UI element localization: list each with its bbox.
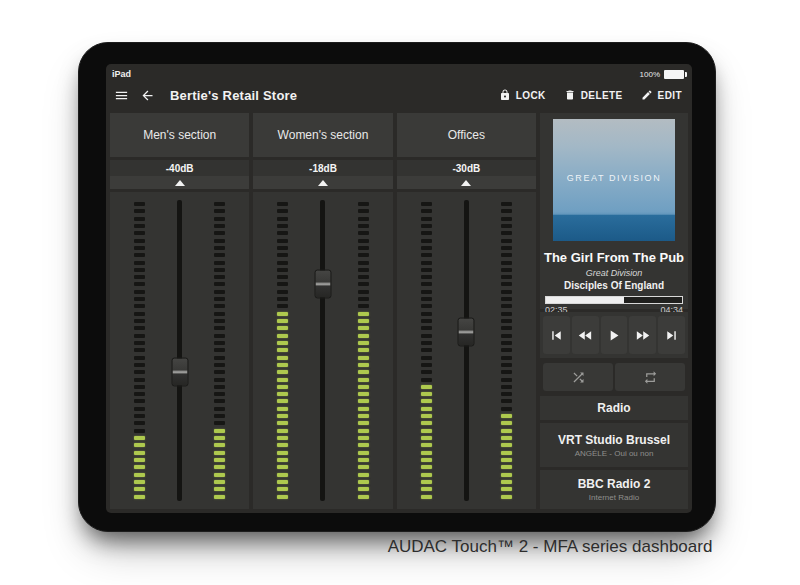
trash-icon [564, 89, 576, 101]
shuffle-icon [571, 370, 586, 385]
player-panel: GREAT DIVISION The Girl From The Pub Gre… [540, 113, 688, 509]
track-artist: Great Division [540, 268, 688, 278]
lock-label: LOCK [516, 90, 546, 101]
album-art-caption: GREAT DIVISION [553, 173, 675, 183]
zone-db-value: -18dB [253, 160, 392, 176]
play-icon [605, 327, 622, 344]
zone-level-up-button[interactable] [397, 176, 536, 189]
channel-womens-section: Women's section -18dB [253, 113, 392, 509]
station-now-playing: Internet Radio [589, 493, 639, 502]
station-name: VRT Studio Brussel [558, 433, 670, 447]
transport-controls [540, 312, 688, 358]
back-icon[interactable] [138, 86, 156, 104]
fader-track[interactable] [177, 200, 182, 501]
fader-handle[interactable] [171, 357, 188, 386]
station-name: BBC Radio 2 [578, 477, 651, 491]
vu-meter-left [277, 202, 288, 499]
mixer-zones: Men's section -40dB [110, 113, 536, 509]
nav-bar: Bertie's Retail Store LOCK DELETE EDIT [106, 80, 692, 110]
battery-icon [664, 70, 684, 79]
zone-name: Men's section [143, 128, 216, 142]
nav-actions: LOCK DELETE EDIT [499, 89, 682, 101]
vu-meter-right [501, 202, 512, 499]
channel-offices: Offices -30dB [397, 113, 536, 509]
pencil-icon [641, 89, 653, 101]
image-caption: AUDAC Touch™ 2 - MFA series dashboard [350, 537, 750, 557]
rewind-icon [577, 327, 594, 344]
menu-icon[interactable] [112, 86, 130, 104]
play-button[interactable] [601, 316, 628, 354]
zone-db-value: -40dB [110, 160, 249, 176]
radio-station-vrt[interactable]: VRT Studio Brussel ANGÈLE - Oui ou non [540, 423, 688, 467]
zone-db-value: -30dB [397, 160, 536, 176]
edit-label: EDIT [658, 90, 682, 101]
fast-forward-button[interactable] [629, 316, 656, 354]
fader-handle[interactable] [458, 318, 475, 347]
now-playing-tile: GREAT DIVISION The Girl From The Pub Gre… [540, 113, 688, 309]
app-screen: iPad 100% Bertie's Retail Store LOCK [106, 64, 692, 513]
zone-name: Women's section [278, 128, 369, 142]
skip-next-button[interactable] [658, 316, 685, 354]
battery-indicator: 100% [640, 70, 684, 79]
zone-level-up-button[interactable] [253, 176, 392, 189]
vu-meter-right [358, 202, 369, 499]
fast-forward-icon [634, 327, 651, 344]
edit-button[interactable]: EDIT [641, 89, 682, 101]
seek-bar-fill [546, 297, 624, 303]
track-title: The Girl From The Pub [540, 250, 688, 265]
battery-percent: 100% [640, 70, 660, 79]
ipad-device-frame: iPad 100% Bertie's Retail Store LOCK [78, 42, 716, 532]
chevron-up-icon [318, 180, 328, 186]
radio-section-header: Radio [540, 396, 688, 420]
lock-button[interactable]: LOCK [499, 89, 546, 101]
zone-level-up-button[interactable] [110, 176, 249, 189]
zone-header[interactable]: Men's section [110, 113, 249, 157]
fader-track[interactable] [464, 200, 469, 501]
zone-header[interactable]: Women's section [253, 113, 392, 157]
zone-level-readout: -30dB [397, 160, 536, 189]
zone-header[interactable]: Offices [397, 113, 536, 157]
seek-bar[interactable] [545, 296, 683, 304]
chevron-up-icon [175, 180, 185, 186]
vu-meter-left [421, 202, 432, 499]
delete-label: DELETE [581, 90, 623, 101]
zone-fader-area [397, 192, 536, 509]
skip-previous-icon [548, 327, 565, 344]
rewind-button[interactable] [572, 316, 599, 354]
radio-section-label: Radio [597, 401, 630, 415]
repeat-button[interactable] [615, 363, 685, 391]
track-album: Disciples Of England [540, 280, 688, 291]
zone-fader-area [253, 192, 392, 509]
repeat-icon [643, 370, 658, 385]
shuffle-button[interactable] [543, 363, 613, 391]
zone-level-readout: -40dB [110, 160, 249, 189]
delete-button[interactable]: DELETE [564, 89, 623, 101]
station-now-playing: ANGÈLE - Oui ou non [575, 449, 654, 458]
skip-next-icon [663, 327, 680, 344]
status-bar: iPad 100% [106, 64, 692, 80]
zone-name: Offices [448, 128, 485, 142]
vu-meter-left [134, 202, 145, 499]
main-content: Men's section -40dB [106, 110, 692, 513]
playback-modes [540, 361, 688, 393]
channel-mens-section: Men's section -40dB [110, 113, 249, 509]
vu-meter-right [214, 202, 225, 499]
album-art: GREAT DIVISION [553, 119, 675, 241]
fader-track[interactable] [320, 200, 325, 501]
lock-icon [499, 89, 511, 101]
radio-station-bbc[interactable]: BBC Radio 2 Internet Radio [540, 470, 688, 509]
chevron-up-icon [461, 180, 471, 186]
fader-handle[interactable] [314, 270, 331, 299]
page-title: Bertie's Retail Store [170, 88, 297, 103]
device-label: iPad [112, 69, 131, 79]
zone-fader-area [110, 192, 249, 509]
skip-previous-button[interactable] [543, 316, 570, 354]
zone-level-readout: -18dB [253, 160, 392, 189]
